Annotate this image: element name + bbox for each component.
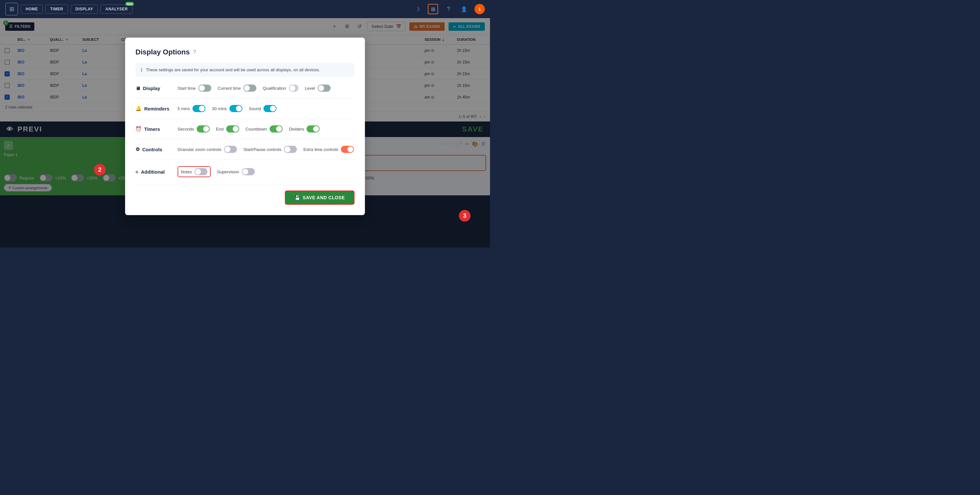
supervision-label: Supervision (217, 170, 239, 174)
nav-analyser-wrap: ANALYSER New (100, 5, 132, 14)
save-icon: 💾 (294, 195, 301, 200)
thirty-mins-label: 30 mins (212, 106, 227, 111)
additional-label: ≡ Additional (135, 169, 178, 175)
dividers-toggle[interactable] (307, 125, 320, 133)
display-label: 🖥 Display (135, 86, 178, 91)
sound-label: Sound (249, 106, 261, 111)
five-mins-label: 5 mins (178, 106, 190, 111)
end-toggle[interactable] (226, 125, 239, 133)
countdown-toggle[interactable] (270, 125, 283, 133)
timers-option-row: ⏰ Timers Seconds End Countdown (135, 125, 355, 139)
five-mins-toggle[interactable] (192, 105, 205, 112)
start-pause-label: Start/Pause controls (243, 147, 281, 152)
modal-footer: 💾 SAVE AND CLOSE (135, 185, 355, 205)
sound-toggle[interactable] (264, 105, 277, 112)
five-mins-ctrl: 5 mins (178, 105, 205, 112)
current-time-label: Current time (218, 86, 241, 91)
thirty-mins-ctrl: 30 mins (212, 105, 242, 112)
badge-1[interactable]: 1 (474, 4, 485, 14)
level-ctrl: Level (305, 84, 331, 92)
current-time-toggle[interactable] (243, 84, 256, 92)
main-area: 2 ☰ FILTERS ＋ ⚙ ↺ Select Date 📅 🗂 MY EXA… (0, 18, 490, 248)
start-pause-toggle[interactable] (284, 146, 297, 153)
nav-logo[interactable]: ⊞ (5, 3, 18, 16)
modal-info-banner: ℹ These settings are saved for your acco… (135, 63, 355, 77)
modal-help-icon[interactable]: ? (193, 49, 196, 55)
seconds-toggle[interactable] (197, 125, 210, 133)
timers-icon: ⏰ (135, 126, 142, 132)
end-ctrl: End (216, 125, 239, 133)
reminders-icon: 🔔 (135, 106, 142, 111)
reminders-label: 🔔 Reminders (135, 106, 178, 111)
countdown-label: Countdown (246, 127, 267, 132)
start-time-ctrl: Start time (178, 84, 211, 92)
modal-info-text: These settings are saved for your accoun… (146, 67, 320, 72)
notes-toggle[interactable] (194, 168, 207, 175)
controls-icon: ⚙ (135, 146, 140, 152)
supervision-ctrl: Supervision (217, 168, 255, 175)
extra-time-ctrl: Extra time controls (303, 146, 354, 153)
extra-time-toggle[interactable] (341, 146, 354, 153)
timers-label: ⏰ Timers (135, 126, 178, 132)
display-options-modal: Display Options ? ℹ These settings are s… (125, 38, 365, 215)
extra-time-label: Extra time controls (303, 147, 338, 152)
dividers-label: Dividers (289, 127, 304, 132)
granular-zoom-toggle[interactable] (224, 146, 237, 153)
nav-timer-button[interactable]: TIMER (45, 5, 68, 14)
start-time-label: Start time (178, 86, 196, 91)
reminders-controls: 5 mins 30 mins Sound (178, 105, 277, 112)
display-controls: Start time Current time Qualification Le… (178, 84, 331, 92)
nav-display-button[interactable]: DISPLAY (71, 5, 98, 14)
help-icon[interactable]: ? (443, 4, 454, 14)
nav-analyser-button[interactable]: ANALYSER (100, 5, 132, 14)
modal-title-text: Display Options (135, 48, 189, 56)
level-toggle[interactable] (318, 84, 331, 92)
reminders-option-row: 🔔 Reminders 5 mins 30 mins Sound (135, 105, 355, 119)
notes-label: Notes (181, 170, 192, 174)
new-badge: New (126, 2, 134, 6)
qualification-toggle[interactable] (289, 84, 299, 92)
dividers-ctrl: Dividers (289, 125, 320, 133)
modal-overlay: Display Options ? ℹ These settings are s… (0, 18, 490, 248)
start-pause-ctrl: Start/Pause controls (243, 146, 297, 153)
controls-controls: Granular zoom controls Start/Pause contr… (178, 146, 354, 153)
seconds-label: Seconds (178, 127, 194, 132)
qualification-label: Qualification (263, 86, 286, 91)
granular-zoom-ctrl: Granular zoom controls (178, 146, 237, 153)
badge-2: 2 (94, 164, 106, 176)
sound-ctrl: Sound (249, 105, 277, 112)
display-icon-button[interactable]: ⊞ (428, 4, 438, 14)
display-row-icon: 🖥 (135, 86, 140, 91)
save-close-label: SAVE AND CLOSE (303, 195, 345, 200)
controls-option-row: ⚙ Controls Granular zoom controls Start/… (135, 146, 355, 160)
timers-controls: Seconds End Countdown Dividers (178, 125, 320, 133)
additional-option-row: ≡ Additional Notes Supervision (135, 166, 355, 177)
nav-home-button[interactable]: HOME (21, 5, 43, 14)
supervision-toggle[interactable] (242, 168, 255, 175)
additional-controls: Notes Supervision (178, 166, 255, 177)
controls-label: ⚙ Controls (135, 146, 178, 152)
save-and-close-button[interactable]: 💾 SAVE AND CLOSE (285, 190, 355, 205)
countdown-ctrl: Countdown (246, 125, 283, 133)
end-label: End (216, 127, 224, 132)
thirty-mins-toggle[interactable] (229, 105, 242, 112)
modal-title: Display Options ? (135, 48, 355, 56)
qualification-ctrl: Qualification (263, 84, 299, 92)
seconds-ctrl: Seconds (178, 125, 210, 133)
display-option-row: 🖥 Display Start time Current time Qualif… (135, 84, 355, 98)
top-nav: ⊞ HOME TIMER DISPLAY ANALYSER New ☽ ⊞ ? … (0, 0, 490, 18)
user-icon[interactable]: 👤 (459, 4, 469, 14)
level-label: Level (305, 86, 315, 91)
nav-right-icons: ☽ ⊞ ? 👤 1 (412, 4, 485, 14)
notes-highlighted-box: Notes (178, 166, 211, 177)
moon-icon[interactable]: ☽ (412, 4, 423, 14)
start-time-toggle[interactable] (198, 84, 211, 92)
info-icon: ℹ (141, 67, 143, 73)
granular-zoom-label: Granular zoom controls (178, 147, 221, 152)
current-time-ctrl: Current time (218, 84, 257, 92)
badge-3: 3 (459, 210, 471, 222)
additional-icon: ≡ (135, 169, 138, 175)
